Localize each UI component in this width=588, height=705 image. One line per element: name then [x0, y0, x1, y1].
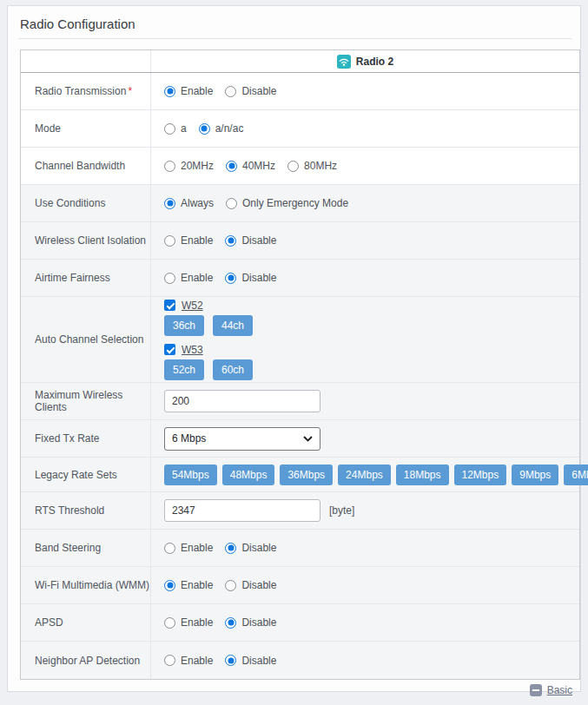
radio-option-label: Disable [241, 272, 276, 284]
radio-icon[interactable] [225, 86, 236, 97]
radio-icon[interactable] [225, 655, 236, 666]
apsd-label-cell: APSD [21, 604, 151, 641]
radio-transmission-option-disable[interactable]: Disable [225, 85, 276, 97]
checkbox-w53[interactable] [164, 344, 175, 355]
radio-icon[interactable] [164, 655, 175, 666]
rts-threshold-control-cell: [byte] [151, 492, 579, 529]
radio-option-label: Enable [181, 616, 213, 629]
channel-button-36ch[interactable]: 36ch [164, 315, 204, 336]
radio-icon[interactable] [226, 161, 237, 172]
auto-channel-selection-control-cell: W5236ch44chW5352ch60ch [151, 297, 579, 382]
band-steering-label-cell: Band Steering [21, 530, 151, 566]
radio-column-title: Radio 2 [356, 56, 393, 68]
rate-button-48mbps[interactable]: 48Mbps [222, 465, 275, 485]
radio-icon[interactable] [226, 198, 237, 209]
airtime-fairness-label-cell: Airtime Fairness [21, 260, 151, 296]
use-conditions-option-only-emergency-mode[interactable]: Only Emergency Mode [226, 197, 348, 209]
wireless-client-isolation-option-disable[interactable]: Disable [225, 234, 276, 247]
radio-icon[interactable] [164, 580, 175, 591]
use-conditions-option-always[interactable]: Always [164, 197, 214, 209]
radio-option-label: Enable [181, 272, 213, 284]
neighbor-ap-detection-label: Neighbor AP Detection [35, 655, 140, 667]
wifi-multimedia-wmm-option-enable[interactable]: Enable [164, 579, 213, 591]
radio-icon[interactable] [287, 161, 299, 172]
channel-group-w52: W5236ch44ch [164, 300, 261, 336]
basic-link[interactable]: Basic [547, 684, 572, 696]
channel-bandwidth-option-20mhz[interactable]: 20MHz [164, 160, 214, 172]
neighbor-ap-detection-option-disable[interactable]: Disable [225, 655, 276, 667]
wireless-client-isolation-option-enable[interactable]: Enable [164, 234, 213, 247]
row-apsd: APSDEnableDisable [21, 604, 579, 642]
rate-button-24mbps[interactable]: 24Mbps [338, 465, 391, 485]
radio-icon[interactable] [164, 543, 175, 554]
wireless-client-isolation-label-cell: Wireless Client Isolation [21, 222, 151, 259]
radio-icon[interactable] [225, 580, 236, 591]
mode-control-cell: aa/n/ac [151, 110, 579, 147]
rate-button-36mbps[interactable]: 36Mbps [280, 465, 333, 485]
channel-bandwidth-option-80mhz[interactable]: 80MHz [287, 160, 337, 172]
legacy-rate-sets-label-cell: Legacy Rate Sets [21, 458, 151, 491]
table-header-row: Radio 2 [21, 50, 579, 73]
radio-icon[interactable] [225, 235, 236, 247]
radio-icon[interactable] [164, 617, 175, 629]
rate-button-12mbps[interactable]: 12Mbps [454, 465, 507, 485]
radio-icon[interactable] [164, 86, 175, 97]
band-steering-option-disable[interactable]: Disable [225, 542, 276, 554]
radio-option-label: Enable [181, 579, 213, 591]
airtime-fairness-option-enable[interactable]: Enable [164, 272, 213, 284]
radio-option-label: a/n/ac [215, 122, 244, 135]
rts-threshold-input[interactable] [164, 499, 320, 522]
radio-icon[interactable] [164, 123, 175, 135]
row-auto-channel-selection: Auto Channel SelectionW5236ch44chW5352ch… [21, 297, 579, 383]
mode-option-a-n-ac[interactable]: a/n/ac [199, 122, 244, 135]
radio-icon[interactable] [164, 235, 175, 247]
radio-option-label: Disable [241, 616, 276, 629]
radio-icon[interactable] [164, 273, 175, 284]
neighbor-ap-detection-option-enable[interactable]: Enable [164, 655, 213, 667]
radio-icon[interactable] [199, 123, 210, 135]
wifi-icon [337, 55, 351, 69]
radio-icon[interactable] [164, 198, 175, 209]
radio-icon[interactable] [225, 617, 236, 629]
apsd-option-enable[interactable]: Enable [164, 616, 213, 629]
band-steering-option-enable[interactable]: Enable [164, 542, 213, 554]
mode-label-cell: Mode [21, 110, 151, 147]
radio-transmission-control-cell: EnableDisable [151, 73, 579, 109]
apsd-option-disable[interactable]: Disable [225, 616, 276, 629]
maximum-wireless-clients-label: Maximum Wireless Clients [35, 389, 150, 413]
radio-icon[interactable] [164, 161, 175, 172]
fixed-tx-rate-label-cell: Fixed Tx Rate [21, 420, 151, 457]
radio-option-label: Enable [181, 85, 213, 97]
channel-button-52ch[interactable]: 52ch [164, 359, 204, 380]
channel-bandwidth-option-40mhz[interactable]: 40MHz [226, 160, 275, 172]
radio-option-label: Disable [241, 579, 276, 591]
airtime-fairness-option-disable[interactable]: Disable [225, 272, 276, 284]
fixed-tx-rate-select[interactable]: 6 Mbps [164, 427, 320, 451]
chevron-down-icon [303, 436, 313, 442]
radio-option-label: Enable [181, 542, 213, 554]
fixed-tx-rate-control-cell: 6 Mbps [151, 420, 579, 457]
row-airtime-fairness: Airtime FairnessEnableDisable [21, 260, 579, 297]
rate-button-9mbps[interactable]: 9Mbps [512, 465, 558, 485]
maximum-wireless-clients-input[interactable] [164, 390, 320, 412]
channel-buttons-w53: 52ch60ch [164, 359, 261, 380]
radio-icon[interactable] [225, 273, 236, 284]
radio-option-label: 80MHz [304, 160, 337, 172]
rate-button-6mbps[interactable]: 6Mbps [564, 465, 588, 485]
channel-bandwidth-label: Channel Bandwidth [35, 160, 125, 172]
rate-button-54mbps[interactable]: 54Mbps [164, 465, 217, 485]
use-conditions-control-cell: AlwaysOnly Emergency Mode [151, 185, 579, 221]
radio-icon[interactable] [225, 543, 236, 554]
collapse-minus-icon[interactable] [530, 684, 542, 696]
radio-transmission-option-enable[interactable]: Enable [164, 85, 213, 97]
channel-button-60ch[interactable]: 60ch [213, 359, 253, 380]
legacy-rate-sets-label: Legacy Rate Sets [35, 469, 117, 481]
checkbox-w52[interactable] [164, 300, 175, 311]
channel-button-44ch[interactable]: 44ch [213, 315, 253, 336]
radio-option-label: Always [181, 197, 214, 209]
mode-option-a[interactable]: a [164, 122, 187, 135]
wifi-multimedia-wmm-control-cell: EnableDisable [151, 567, 579, 603]
wifi-multimedia-wmm-option-disable[interactable]: Disable [225, 579, 276, 591]
rate-button-18mbps[interactable]: 18Mbps [396, 465, 449, 485]
title-divider [18, 38, 571, 39]
